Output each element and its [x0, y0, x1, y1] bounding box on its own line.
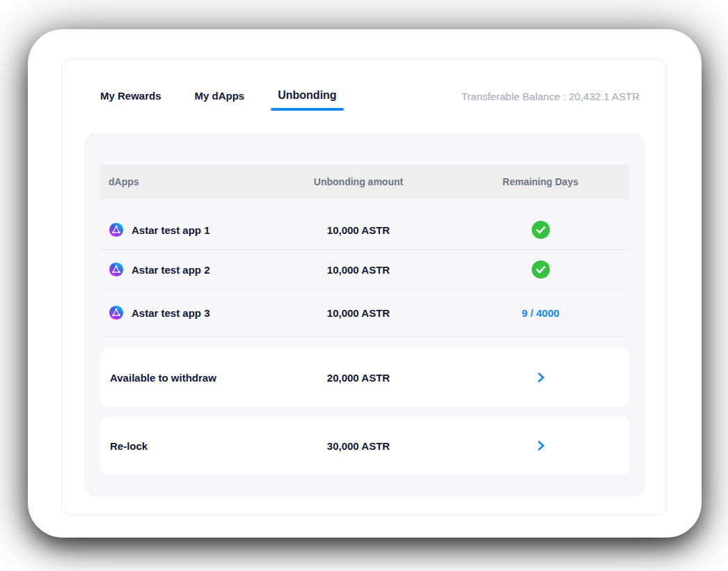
action-label: Available to withdraw	[100, 372, 265, 384]
action-chevron-cell	[452, 371, 629, 384]
table-body: Astar test app 1 10,000 ASTR	[100, 210, 629, 336]
dapp-cell: Astar test app 1	[100, 222, 265, 237]
remaining-days-cell: 9 / 4000	[452, 307, 629, 319]
astar-logo-icon	[109, 262, 124, 277]
unbonding-panel: dApps Unbonding amount Remaining Days	[84, 133, 645, 496]
action-label: Re-lock	[100, 440, 265, 452]
tab-unbonding[interactable]: Unbonding	[278, 89, 336, 102]
dapp-cell: Astar test app 3	[100, 305, 265, 320]
remaining-days-ratio: 9 / 4000	[521, 307, 559, 319]
dapp-name: Astar test app 3	[132, 307, 210, 319]
check-circle-icon	[531, 260, 551, 279]
staking-card: My Rewards My dApps Unbonding Transferab…	[61, 59, 667, 515]
dapp-cell: Astar test app 2	[100, 262, 265, 277]
header-remaining-days: Remaining Days	[452, 176, 629, 187]
re-lock-row[interactable]: Re-lock 30,000 ASTR	[100, 416, 629, 475]
table-row: Astar test app 1 10,000 ASTR	[100, 210, 629, 250]
main-window: My Rewards My dApps Unbonding Transferab…	[28, 29, 702, 538]
tab-my-rewards[interactable]: My Rewards	[100, 90, 161, 102]
header-unbonding-amount: Unbonding amount	[265, 176, 452, 187]
active-tab-underline	[271, 108, 343, 111]
remaining-days-cell	[452, 260, 629, 279]
action-amount: 30,000 ASTR	[265, 440, 452, 452]
tab-bar: My Rewards My dApps Unbonding	[100, 85, 337, 106]
astar-logo-icon	[109, 222, 124, 237]
astar-logo-icon	[109, 305, 124, 320]
remaining-days-cell	[452, 220, 629, 240]
table-header: dApps Unbonding amount Remaining Days	[100, 164, 629, 199]
table-row: Astar test app 2 10,000 ASTR	[100, 250, 629, 290]
dapp-name: Astar test app 1	[132, 224, 210, 236]
unbonding-amount: 10,000 ASTR	[265, 224, 452, 236]
tab-my-dapps[interactable]: My dApps	[195, 90, 245, 102]
chevron-right-icon[interactable]	[535, 371, 547, 384]
action-chevron-cell	[452, 439, 629, 452]
transferable-balance: Transferable Balance : 20,432.1 ASTR	[461, 91, 640, 102]
action-amount: 20,000 ASTR	[265, 372, 452, 384]
unbonding-amount: 10,000 ASTR	[265, 307, 452, 319]
chevron-right-icon[interactable]	[535, 439, 547, 452]
table-row: Astar test app 3 10,000 ASTR 9 / 4000	[100, 290, 629, 336]
dapp-name: Astar test app 2	[132, 264, 210, 276]
unbonding-amount: 10,000 ASTR	[265, 264, 452, 276]
tab-unbonding-label: Unbonding	[278, 89, 336, 101]
available-to-withdraw-row[interactable]: Available to withdraw 20,000 ASTR	[100, 348, 629, 407]
header-dapps: dApps	[100, 176, 265, 187]
check-circle-icon	[531, 220, 551, 240]
